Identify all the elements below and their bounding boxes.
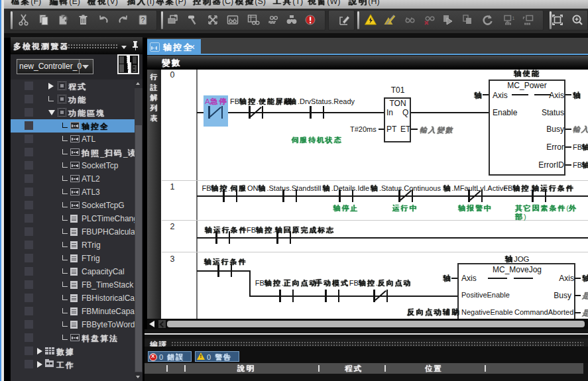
svg-text:?: ? <box>141 17 145 24</box>
svg-text:1: 1 <box>512 16 515 21</box>
